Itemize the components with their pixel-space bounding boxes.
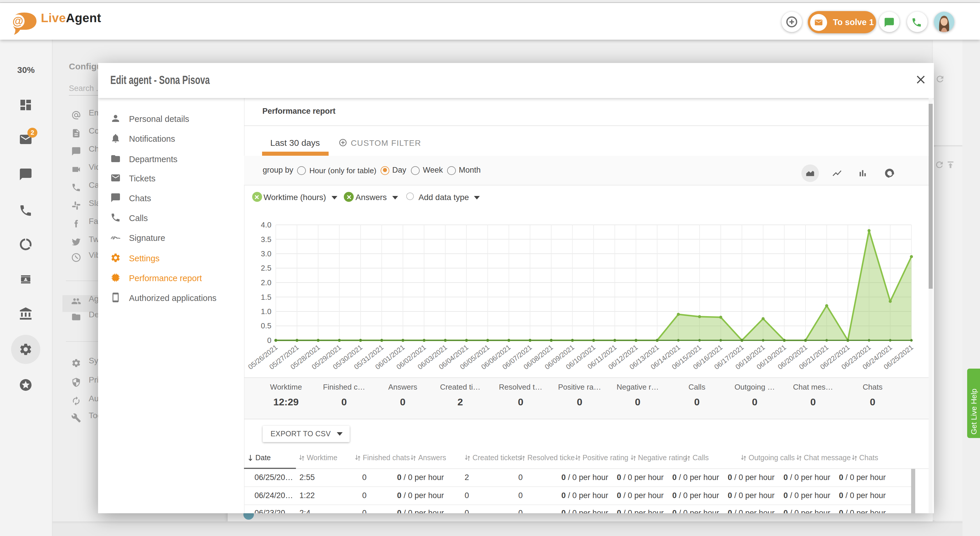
svg-text:2.5: 2.5 [261, 263, 271, 273]
svg-text:1.0: 1.0 [261, 307, 271, 316]
svg-text:0: 0 [267, 336, 271, 345]
svg-text:@: @ [13, 15, 23, 27]
svg-text:0.5: 0.5 [261, 321, 271, 330]
svg-text:1.5: 1.5 [261, 293, 271, 301]
svg-text:2.0: 2.0 [261, 278, 271, 287]
svg-text:3.5: 3.5 [261, 235, 271, 244]
svg-text:3.0: 3.0 [261, 249, 271, 258]
svg-text:4.0: 4.0 [261, 220, 271, 229]
